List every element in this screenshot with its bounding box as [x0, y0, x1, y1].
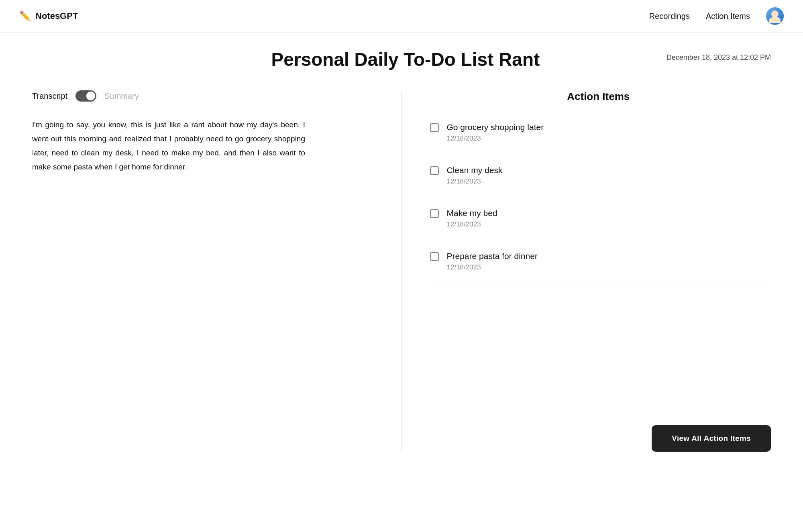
action-item-content: Make my bed12/18/2023	[447, 208, 497, 228]
action-item-date: 12/18/2023	[447, 177, 503, 185]
page-header: Personal Daily To-Do List Rant December …	[32, 49, 771, 70]
action-item-date: 12/18/2023	[447, 220, 497, 228]
main-content: Personal Daily To-Do List Rant December …	[0, 33, 803, 476]
view-all-btn-wrapper: View All Action Items	[426, 425, 771, 452]
action-item-content: Go grocery shopping later12/18/2023	[447, 122, 544, 143]
action-item-content: Clean my desk12/18/2023	[447, 165, 503, 185]
action-item-checkbox-3[interactable]	[430, 252, 439, 261]
transcript-summary-toggle[interactable]	[75, 90, 96, 102]
nav-recordings[interactable]: Recordings	[649, 12, 690, 21]
action-item: Prepare pasta for dinner12/18/2023	[426, 240, 771, 283]
action-item: Go grocery shopping later12/18/2023	[426, 111, 771, 154]
transcript-toggle-row: Transcript Summary	[32, 90, 377, 102]
navbar: ✏️ NotesGPT Recordings Action Items	[0, 0, 803, 33]
action-item-date: 12/18/2023	[447, 135, 544, 143]
page-date: December 18, 2023 at 12:02 PM	[666, 49, 771, 62]
brand-name: NotesGPT	[35, 11, 78, 21]
content-columns: Transcript Summary I'm going to say, you…	[32, 90, 771, 452]
action-items-list: Go grocery shopping later12/18/2023Clean…	[426, 111, 771, 401]
navbar-right: Recordings Action Items	[649, 7, 784, 25]
action-item: Make my bed12/18/2023	[426, 197, 771, 240]
nav-action-items[interactable]: Action Items	[706, 12, 750, 21]
avatar-image	[766, 7, 784, 25]
right-column: Action Items Go grocery shopping later12…	[402, 90, 771, 452]
action-item-content: Prepare pasta for dinner12/18/2023	[447, 251, 538, 271]
action-item-checkbox-1[interactable]	[430, 166, 439, 175]
action-item: Clean my desk12/18/2023	[426, 154, 771, 197]
action-items-title: Action Items	[426, 90, 771, 103]
action-item-label: Go grocery shopping later	[447, 122, 544, 132]
left-column: Transcript Summary I'm going to say, you…	[32, 90, 402, 452]
transcript-text: I'm going to say, you know, this is just…	[32, 118, 305, 174]
avatar[interactable]	[766, 7, 784, 25]
brand-logo[interactable]: ✏️ NotesGPT	[19, 10, 78, 22]
transcript-label: Transcript	[32, 92, 67, 101]
action-item-date: 12/18/2023	[447, 263, 538, 271]
page-title: Personal Daily To-Do List Rant	[145, 49, 666, 70]
summary-label: Summary	[104, 92, 139, 101]
action-item-label: Clean my desk	[447, 165, 503, 175]
action-item-checkbox-0[interactable]	[430, 123, 439, 132]
action-item-checkbox-2[interactable]	[430, 209, 439, 218]
brand-icon: ✏️	[19, 10, 31, 22]
action-item-label: Make my bed	[447, 208, 497, 218]
view-all-action-items-button[interactable]: View All Action Items	[652, 425, 771, 452]
action-item-label: Prepare pasta for dinner	[447, 251, 538, 261]
